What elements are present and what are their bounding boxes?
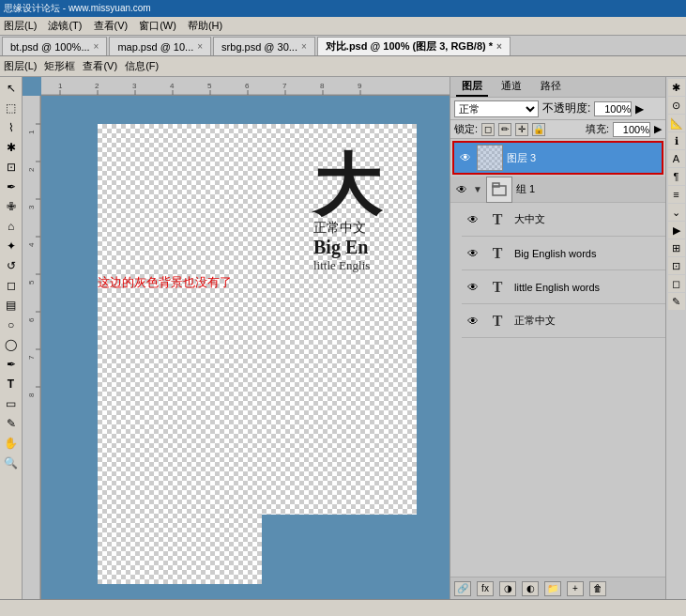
tool-shape[interactable]: ▭ <box>2 394 21 413</box>
layer-item-bigenglish[interactable]: 👁 T Big English words <box>462 237 665 270</box>
tool-select[interactable]: ⬚ <box>2 99 21 117</box>
fill-arrow[interactable]: ▶ <box>654 123 662 135</box>
toolbar-info[interactable]: 信息(F) <box>125 59 159 73</box>
toolbar-view[interactable]: 查看(V) <box>83 59 117 73</box>
layer-eye-normalchinese[interactable]: 👁 <box>465 314 480 329</box>
menu-view[interactable]: 查看(V) <box>94 19 129 33</box>
tool-stamp[interactable]: ✦ <box>2 237 21 255</box>
toolbar-layers[interactable]: 图层(L) <box>4 59 37 73</box>
far-right-btn-5[interactable]: A <box>668 150 685 167</box>
layer-eye-layer3[interactable]: 👁 <box>458 150 473 165</box>
layer-item-normalchinese[interactable]: 👁 T 正常中文 <box>462 304 665 338</box>
svg-text:5: 5 <box>207 82 212 90</box>
tool-pen[interactable]: ✒ <box>2 355 21 374</box>
far-right-btn-10[interactable]: ⊞ <box>668 239 685 256</box>
toolbar-rect[interactable]: 矩形框 <box>44 59 75 73</box>
tab-2[interactable]: srbg.psd @ 30... × <box>213 37 315 55</box>
far-right-btn-2[interactable]: ⊙ <box>668 97 685 114</box>
tool-heal[interactable]: ✙ <box>2 197 21 216</box>
fill-input[interactable] <box>613 122 650 137</box>
layer-eye-group[interactable]: 👁 <box>454 182 469 197</box>
tool-notes[interactable]: ✎ <box>2 414 21 433</box>
lock-pixels-btn[interactable]: ✏ <box>498 123 511 136</box>
opacity-input[interactable] <box>594 101 632 116</box>
layer-fx-btn[interactable]: fx <box>477 581 494 596</box>
layer-link-btn[interactable]: 🔗 <box>454 581 471 596</box>
svg-text:8: 8 <box>27 393 36 397</box>
far-right-btn-3[interactable]: 📐 <box>668 115 685 131</box>
tool-crop[interactable]: ⊡ <box>2 158 21 177</box>
far-right-btn-7[interactable]: ≡ <box>668 186 685 203</box>
layer-item-littleenglish[interactable]: 👁 T little English words <box>462 270 665 304</box>
group-header[interactable]: 👁 ▼ 组 1 <box>450 177 665 203</box>
big-english-overlay: Big En <box>313 237 381 258</box>
layer-delete-btn[interactable]: 🗑 <box>589 581 606 596</box>
blend-mode-select[interactable]: 正常 <box>454 100 539 117</box>
svg-text:1: 1 <box>58 82 63 90</box>
tab-1[interactable]: map.psd @ 10... × <box>109 37 211 55</box>
close-tab-1[interactable]: × <box>197 41 203 52</box>
layer-adjustment-btn[interactable]: ◐ <box>522 581 539 596</box>
tool-move[interactable]: ↖ <box>2 79 21 98</box>
tab-0[interactable]: bt.psd @ 100%... × <box>2 37 107 55</box>
opacity-arrow[interactable]: ▶ <box>635 102 644 116</box>
svg-text:1: 1 <box>27 130 36 134</box>
layer-mask-btn[interactable]: ◑ <box>499 581 516 596</box>
menu-window[interactable]: 窗口(W) <box>139 19 176 33</box>
little-english-overlay: little Englis <box>313 258 381 273</box>
menu-layer[interactable]: 图层(L) <box>4 19 37 33</box>
tool-history[interactable]: ↺ <box>2 256 21 275</box>
far-right-btn-1[interactable]: ✱ <box>668 79 685 96</box>
panel-tab-paths[interactable]: 路径 <box>535 77 567 97</box>
menu-help[interactable]: 帮助(H) <box>188 19 222 33</box>
far-right-btn-11[interactable]: ⊡ <box>668 257 685 274</box>
far-right-btn-4[interactable]: ℹ <box>668 132 685 149</box>
layer-eye-bigenglish[interactable]: 👁 <box>465 246 480 261</box>
layer-name-bigenglish: Big English words <box>514 248 662 259</box>
layer-eye-dachinese[interactable]: 👁 <box>465 212 480 227</box>
tab-3[interactable]: 对比.psd @ 100% (图层 3, RGB/8) * × <box>317 37 511 55</box>
panel-tab-channels[interactable]: 通道 <box>495 77 527 97</box>
layer-item-dachinese[interactable]: 👁 T 大中文 <box>462 203 665 237</box>
tool-gradient[interactable]: ▤ <box>2 296 21 315</box>
far-right-btn-9[interactable]: ▶ <box>668 222 685 239</box>
ruler-top: 1 2 3 4 5 6 7 8 <box>41 77 450 96</box>
far-right-btn-8[interactable]: ⌄ <box>668 204 685 221</box>
far-right-btn-13[interactable]: ✎ <box>668 293 685 310</box>
svg-text:2: 2 <box>95 82 99 90</box>
menu-filter[interactable]: 滤镜(T) <box>48 19 82 33</box>
tool-text[interactable]: T <box>2 375 21 393</box>
group-arrow[interactable]: ▼ <box>473 184 482 194</box>
svg-rect-39 <box>493 183 499 187</box>
layer-group-btn[interactable]: 📁 <box>544 581 561 596</box>
svg-text:6: 6 <box>245 82 250 90</box>
far-right-btn-6[interactable]: ¶ <box>668 168 685 185</box>
far-right-btn-12[interactable]: ◻ <box>668 275 685 292</box>
lock-position-btn[interactable]: ✛ <box>515 123 528 136</box>
ruler-left: 1 2 3 4 5 6 7 8 <box>23 96 41 599</box>
svg-text:4: 4 <box>170 82 175 90</box>
tool-lasso[interactable]: ⌇ <box>2 118 21 137</box>
ruler-left-svg: 1 2 3 4 5 6 7 8 <box>23 96 41 599</box>
content-area: ↖ ⬚ ⌇ ✱ ⊡ ✒ ✙ ⌂ ✦ ↺ ◻ ▤ ○ ◯ ✒ T ▭ ✎ ✋ 🔍 <box>0 77 686 599</box>
ruler-top-svg: 1 2 3 4 5 6 7 8 <box>41 77 450 96</box>
tool-zoom[interactable]: 🔍 <box>2 454 21 472</box>
panel-tab-layers[interactable]: 图层 <box>456 77 488 97</box>
layer-thumb-layer3 <box>477 145 503 171</box>
tool-magic[interactable]: ✱ <box>2 138 21 157</box>
lock-all-btn[interactable]: 🔒 <box>532 123 545 136</box>
app-window: 思缘设计论坛 - www.missyuan.com 图层(L) 滤镜(T) 查看… <box>0 0 686 616</box>
tool-eyedrop[interactable]: ✒ <box>2 177 21 196</box>
layer-item-layer3[interactable]: 👁 图层 3 <box>452 141 663 175</box>
tool-brush[interactable]: ⌂ <box>2 217 21 236</box>
layer-new-btn[interactable]: + <box>567 581 584 596</box>
tool-dodge[interactable]: ◯ <box>2 335 21 354</box>
close-tab-0[interactable]: × <box>94 41 99 52</box>
layer-eye-littleenglish[interactable]: 👁 <box>465 280 480 295</box>
close-tab-3[interactable]: × <box>496 41 502 52</box>
tool-eraser[interactable]: ◻ <box>2 276 21 295</box>
tool-hand[interactable]: ✋ <box>2 434 21 453</box>
tool-blur[interactable]: ○ <box>2 316 21 334</box>
lock-transparent-btn[interactable]: ◻ <box>481 123 495 136</box>
close-tab-2[interactable]: × <box>301 41 307 52</box>
